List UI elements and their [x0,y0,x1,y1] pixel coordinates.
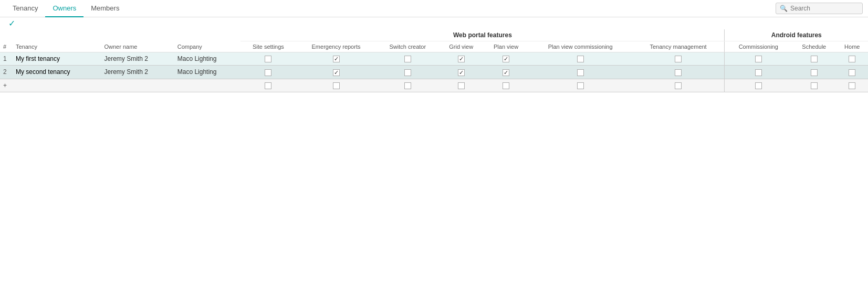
search-icon: 🔍 [780,5,788,12]
checkbox-switch_creator[interactable] [404,56,411,62]
col-owner-name: Owner name [101,41,174,52]
new-row-plan_view_commissioning[interactable] [529,79,632,92]
row-tenancy[interactable]: My first tenancy [13,52,101,66]
new-row-home[interactable] [836,79,868,92]
col-plan-view: Plan view [483,41,528,52]
checkbox-plan_view[interactable] [503,69,509,76]
new-checkbox-plan_view[interactable] [503,82,509,89]
checkbox-plan_view_commissioning[interactable] [577,69,584,76]
row-site_settings[interactable] [240,52,296,66]
col-commissioning: Commissioning [725,41,792,52]
row-num: 2 [0,66,13,79]
search-bar: 🔍 [776,3,863,14]
checkbox-tenancy_management[interactable] [675,69,682,76]
row-plan_view[interactable] [483,52,528,66]
checkbox-commissioning[interactable] [755,69,762,76]
col-schedule: Schedule [792,41,836,52]
save-button[interactable]: ✓ [4,17,19,30]
checkbox-home[interactable] [849,56,855,62]
row-company: Maco Lighting [174,52,241,66]
row-schedule[interactable] [792,52,836,66]
meta-group-header [0,29,240,41]
col-home: Home [836,41,868,52]
table-row: 2My second tenancyJeremy Smith 2Maco Lig… [0,66,868,79]
col-plan-view-commissioning: Plan view commissioning [529,41,632,52]
tab-tenancy[interactable]: Tenancy [5,0,45,17]
row-commissioning[interactable] [725,52,792,66]
new-checkbox-commissioning[interactable] [755,82,762,89]
checkbox-tenancy_management[interactable] [675,56,682,62]
checkbox-grid_view[interactable] [458,56,465,62]
tab-members[interactable]: Members [83,0,127,17]
col-switch-creator: Switch creator [377,41,439,52]
add-row[interactable]: + [0,79,868,92]
checkbox-home[interactable] [849,69,855,76]
row-tenancy[interactable]: My second tenancy [13,66,101,79]
new-row-switch_creator[interactable] [377,79,439,92]
row-plan_view[interactable] [483,66,528,79]
row-schedule[interactable] [792,66,836,79]
checkbox-site_settings[interactable] [265,56,271,62]
checkbox-schedule[interactable] [811,69,818,76]
row-home[interactable] [836,52,868,66]
row-num: 1 [0,52,13,66]
row-owner-name: Jeremy Smith 2 [101,52,174,66]
checkbox-switch_creator[interactable] [404,69,411,76]
new-row-grid_view[interactable] [439,79,483,92]
new-checkbox-emergency_reports[interactable] [333,82,340,89]
new-checkbox-plan_view_commissioning[interactable] [577,82,584,89]
new-checkbox-site_settings[interactable] [265,82,271,89]
web-portal-group-header: Web portal features [240,29,725,41]
col-grid-view: Grid view [439,41,483,52]
new-row-commissioning[interactable] [725,79,792,92]
col-tenancy: Tenancy [13,41,101,52]
new-row-site_settings[interactable] [240,79,296,92]
row-emergency_reports[interactable] [296,66,376,79]
checkbox-commissioning[interactable] [755,56,762,62]
row-grid_view[interactable] [439,66,483,79]
checkbox-emergency_reports[interactable] [333,69,340,76]
checkbox-emergency_reports[interactable] [333,56,340,62]
checkbox-schedule[interactable] [811,56,818,62]
row-emergency_reports[interactable] [296,52,376,66]
table-row: 1My first tenancyJeremy Smith 2Maco Ligh… [0,52,868,66]
row-home[interactable] [836,66,868,79]
new-row-company [174,79,241,92]
new-row-schedule[interactable] [792,79,836,92]
search-input[interactable] [790,5,859,12]
row-switch_creator[interactable] [377,66,439,79]
row-commissioning[interactable] [725,66,792,79]
add-row-button[interactable]: + [0,79,13,92]
row-owner-name: Jeremy Smith 2 [101,66,174,79]
new-checkbox-tenancy_management[interactable] [675,82,682,89]
tab-owners[interactable]: Owners [45,0,83,17]
row-switch_creator[interactable] [377,52,439,66]
new-checkbox-grid_view[interactable] [458,82,465,89]
row-site_settings[interactable] [240,66,296,79]
new-row-tenancy[interactable] [13,79,101,92]
checkbox-grid_view[interactable] [458,69,465,76]
new-checkbox-schedule[interactable] [811,82,818,89]
android-group-header: Android features [725,29,868,41]
checkbox-plan_view[interactable] [503,56,509,62]
col-company: Company [174,41,241,52]
new-row-plan_view[interactable] [483,79,528,92]
col-num: # [0,41,13,52]
new-row-owner [101,79,174,92]
col-emergency-reports: Emergency reports [296,41,376,52]
checkbox-site_settings[interactable] [265,69,271,76]
row-plan_view_commissioning[interactable] [529,52,632,66]
new-checkbox-home[interactable] [849,82,855,89]
new-checkbox-switch_creator[interactable] [404,82,411,89]
row-tenancy_management[interactable] [632,66,725,79]
row-grid_view[interactable] [439,52,483,66]
column-header-row: # Tenancy Owner name Company Site settin… [0,41,868,52]
new-row-emergency_reports[interactable] [296,79,376,92]
col-site-settings: Site settings [240,41,296,52]
row-plan_view_commissioning[interactable] [529,66,632,79]
row-tenancy_management[interactable] [632,52,725,66]
new-row-tenancy_management[interactable] [632,79,725,92]
top-navigation: Tenancy Owners Members 🔍 [0,0,868,17]
owners-table: Web portal features Android features # T… [0,29,868,92]
checkbox-plan_view_commissioning[interactable] [577,56,584,62]
